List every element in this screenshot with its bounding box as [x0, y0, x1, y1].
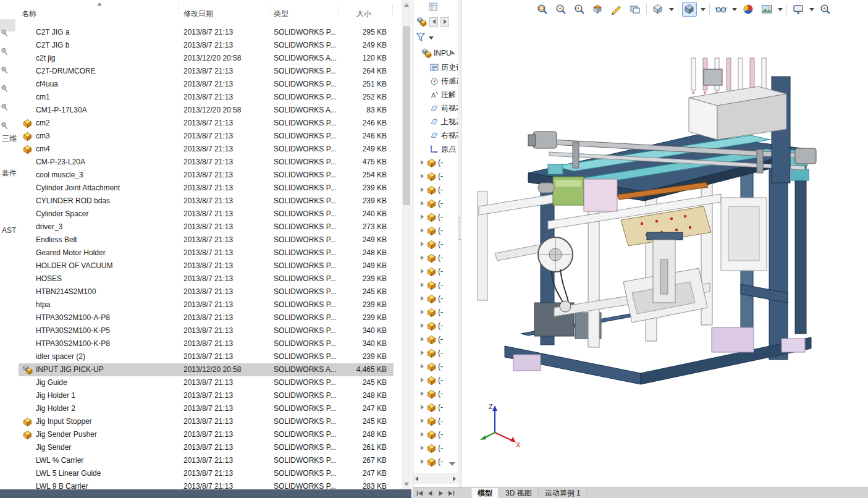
expand-arrow-icon[interactable]	[421, 350, 424, 355]
tree-component[interactable]: (-	[413, 360, 458, 373]
expand-arrow-icon[interactable]	[421, 405, 424, 410]
file-row[interactable]: HOSES2013/8/7 21:13SOLIDWORKS P...239 KB	[19, 272, 394, 285]
file-row[interactable]: driver_32013/8/7 21:13SOLIDWORKS P...273…	[19, 221, 394, 234]
previous-view-icon[interactable]	[572, 2, 587, 17]
file-row[interactable]: HTBN214S2M1002013/8/7 21:13SOLIDWORKS P.…	[19, 285, 394, 298]
pin-icon[interactable]	[1, 84, 9, 96]
tree-component[interactable]: (-	[413, 319, 458, 332]
tree-component[interactable]: (-	[413, 428, 458, 441]
tree-component[interactable]: (-	[413, 169, 458, 183]
tree-scroll-up-icon[interactable]	[449, 51, 455, 54]
file-row[interactable]: Jig Guide2013/8/7 21:13SOLIDWORKS P...24…	[19, 376, 394, 389]
file-row[interactable]: Endless Belt2013/8/7 21:13SOLIDWORKS P..…	[19, 234, 394, 247]
pane-options-icon[interactable]	[428, 2, 438, 12]
expand-arrow-icon[interactable]	[421, 296, 424, 301]
file-list-scrollbar[interactable]	[402, 0, 411, 489]
panel-prev-button[interactable]	[429, 17, 438, 27]
column-divider[interactable]	[271, 4, 271, 15]
tree-component[interactable]: (-	[413, 196, 458, 210]
tree-component[interactable]: (-	[413, 441, 458, 455]
magnifier-icon[interactable]	[818, 2, 833, 17]
expand-arrow-icon[interactable]	[421, 228, 424, 233]
graphics-viewport[interactable]: Z X	[461, 0, 868, 487]
tree-root-item[interactable]: INPU	[422, 47, 452, 59]
tree-component[interactable]: (-	[413, 183, 458, 196]
file-row[interactable]: HTPA30S2M100-K-P82013/8/7 21:13SOLIDWORK…	[19, 337, 394, 350]
expand-arrow-icon[interactable]	[421, 445, 424, 450]
tree-item[interactable]: 上视基准面	[413, 115, 458, 129]
scrollbar-thumb[interactable]	[403, 26, 410, 205]
zoom-fit-icon[interactable]	[535, 2, 550, 17]
tree-component[interactable]: (-	[413, 332, 458, 346]
panel-hscrollbar[interactable]	[413, 473, 458, 484]
tree-component[interactable]: (-	[413, 292, 458, 305]
tree-component[interactable]: (-	[413, 237, 458, 251]
tree-component[interactable]: (-	[413, 373, 458, 387]
file-row[interactable]: LWL % Carrier2013/8/7 21:13SOLIDWORKS P.…	[19, 454, 394, 467]
tree-item[interactable]: 前视基准面	[413, 101, 458, 115]
doc-tab[interactable]: 3D 视图	[499, 488, 539, 498]
nav-strip-label[interactable]: AST	[2, 226, 16, 235]
view-settings-icon[interactable]	[791, 2, 806, 17]
tree-item[interactable]: A注解	[413, 88, 458, 101]
file-row[interactable]: CM-P-23-L20A2013/8/7 21:13SOLIDWORKS P..…	[19, 156, 394, 169]
file-row[interactable]: c2t jig2013/12/20 20:58SOLIDWORKS A...12…	[19, 52, 394, 65]
tree-component[interactable]: (-	[413, 414, 458, 428]
tab-first-button[interactable]	[415, 489, 424, 497]
expand-arrow-icon[interactable]	[421, 391, 424, 396]
drawing-3d-view-icon[interactable]	[628, 2, 643, 17]
file-row[interactable]: Jig Holder 12013/8/7 21:13SOLIDWORKS P..…	[19, 389, 394, 402]
file-row[interactable]: HTPA30S2M100-K-P52013/8/7 21:13SOLIDWORK…	[19, 324, 394, 337]
apply-scene-icon[interactable]	[759, 2, 774, 17]
tree-component[interactable]: (-	[413, 400, 458, 414]
file-row[interactable]: C2T JIG b2013/8/7 21:13SOLIDWORKS P...24…	[19, 39, 394, 52]
file-row[interactable]: cm12013/8/7 21:13SOLIDWORKS P...252 KB	[19, 91, 394, 104]
tab-prev-button[interactable]	[426, 489, 435, 497]
file-row[interactable]: cf4uua2013/8/7 21:13SOLIDWORKS P...251 K…	[19, 78, 394, 91]
file-row[interactable]: CYLINDER ROD bdas2013/8/7 21:13SOLIDWORK…	[19, 195, 394, 208]
expand-arrow-icon[interactable]	[421, 242, 424, 247]
scrollbar-down-icon[interactable]	[404, 483, 409, 486]
tree-item[interactable]: 传感器	[413, 74, 458, 88]
tree-component[interactable]: (-	[413, 387, 458, 400]
dropdown-caret-icon[interactable]	[732, 8, 737, 11]
column-header-date[interactable]: 修改日期	[183, 9, 213, 19]
expand-arrow-icon[interactable]	[421, 378, 424, 382]
column-divider[interactable]	[392, 4, 393, 15]
expand-arrow-icon[interactable]	[421, 201, 424, 206]
doc-tab[interactable]: 模型	[471, 488, 499, 498]
file-row[interactable]: Jig Sender2013/8/7 21:13SOLIDWORKS P...2…	[19, 441, 394, 454]
expand-arrow-icon[interactable]	[421, 187, 424, 192]
view-orientation-icon[interactable]	[651, 2, 665, 17]
hscroll-left-icon[interactable]	[415, 476, 418, 481]
file-row[interactable]: htpa2013/8/7 21:13SOLIDWORKS P...239 KB	[19, 298, 394, 311]
column-divider[interactable]	[178, 4, 179, 15]
tree-component[interactable]: (-	[413, 278, 458, 292]
edit-appearance-icon[interactable]	[741, 2, 756, 17]
section-view-icon[interactable]	[591, 2, 605, 17]
tree-scroll-down-icon[interactable]	[449, 462, 455, 466]
pin-icon[interactable]	[1, 121, 9, 133]
filter-caret-icon[interactable]	[429, 36, 434, 40]
expand-arrow-icon[interactable]	[421, 255, 424, 260]
column-header-type[interactable]: 类型	[274, 9, 289, 19]
hide-show-items-icon[interactable]	[714, 2, 728, 17]
tab-next-button[interactable]	[436, 489, 445, 497]
dropdown-caret-icon[interactable]	[778, 8, 783, 11]
tree-component[interactable]: (-	[413, 156, 458, 169]
expand-arrow-icon[interactable]	[421, 282, 424, 287]
file-row[interactable]: C2T JIG a2013/8/7 21:13SOLIDWORKS P...29…	[19, 26, 394, 39]
dropdown-caret-icon[interactable]	[809, 8, 814, 11]
hscroll-right-icon[interactable]	[453, 476, 456, 481]
nav-strip-label[interactable]: 三维	[2, 133, 17, 144]
tree-component[interactable]: (-	[413, 264, 458, 278]
file-row[interactable]: LWL 5 Linear Guide2013/8/7 21:13SOLIDWOR…	[19, 467, 394, 480]
panel-next-button[interactable]	[440, 17, 449, 27]
display-style-icon[interactable]	[682, 2, 697, 17]
file-row[interactable]: Jig Sender Pusher2013/8/7 21:13SOLIDWORK…	[19, 428, 394, 441]
pin-icon[interactable]	[1, 65, 9, 77]
tree-component[interactable]: (-	[413, 305, 458, 319]
tree-component[interactable]: (-	[413, 251, 458, 264]
scrollbar-up-icon[interactable]	[404, 3, 409, 7]
expand-arrow-icon[interactable]	[421, 160, 424, 165]
